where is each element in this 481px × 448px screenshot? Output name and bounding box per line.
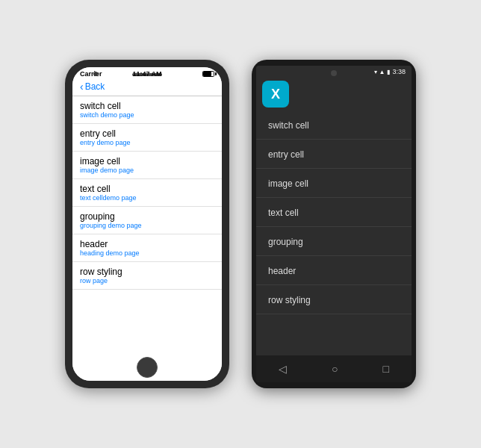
iphone-time: 11:47 AM: [132, 70, 161, 78]
carrier-text: Carrier: [80, 70, 102, 78]
list-item[interactable]: header: [256, 256, 412, 285]
item-title: image cell: [268, 178, 308, 189]
list-item[interactable]: switch cell switch demo page: [72, 96, 222, 124]
item-title: grouping: [80, 211, 214, 222]
iphone-device: Carrier ▲ 11:47 AM ‹ Back switch cell sw…: [65, 60, 229, 388]
item-subtitle: grouping demo page: [80, 222, 214, 229]
list-item[interactable]: entry cell: [256, 140, 412, 169]
home-nav-icon[interactable]: ○: [332, 363, 338, 375]
battery-icon: ▮: [387, 69, 390, 75]
item-title: switch cell: [268, 120, 309, 131]
item-title: row styling: [268, 295, 311, 305]
iphone-home-button[interactable]: [137, 357, 158, 378]
list-item[interactable]: grouping grouping demo page: [72, 207, 222, 234]
app-icon: X: [262, 81, 289, 108]
item-subtitle: heading demo page: [80, 249, 214, 257]
item-title: entry cell: [80, 128, 214, 139]
back-label: Back: [85, 81, 105, 92]
item-title: entry cell: [268, 149, 304, 160]
android-header: X: [256, 78, 412, 111]
item-title: header: [268, 266, 296, 276]
list-item[interactable]: image cell image demo page: [72, 152, 222, 179]
list-item[interactable]: text cell: [256, 198, 412, 227]
android-camera: [331, 70, 337, 76]
iphone-camera: [93, 72, 98, 76]
list-item[interactable]: entry cell entry demo page: [72, 124, 222, 152]
status-icons: ▾ ▲ ▮ 3:38: [374, 68, 406, 75]
android-list: switch cell entry cell image cell text c…: [256, 111, 412, 355]
back-chevron-icon: ‹: [80, 81, 84, 93]
item-subtitle: image demo page: [80, 167, 214, 174]
item-title: grouping: [268, 237, 303, 247]
item-title: row styling: [80, 267, 214, 277]
list-item[interactable]: grouping: [256, 227, 412, 256]
list-item[interactable]: row styling row page: [72, 262, 222, 290]
battery-fill: [203, 72, 211, 76]
item-subtitle: switch demo page: [80, 111, 214, 119]
android-nav-bar: ◁ ○ □: [256, 355, 412, 382]
item-title: text cell: [80, 184, 214, 194]
recent-nav-icon[interactable]: □: [383, 363, 389, 375]
item-title: image cell: [80, 156, 214, 167]
list-item[interactable]: text cell text celldemo page: [72, 179, 222, 207]
iphone-list: switch cell switch demo page entry cell …: [72, 96, 222, 381]
android-time: 3:38: [392, 68, 406, 75]
battery-indicator: [202, 71, 214, 77]
android-screen: ▾ ▲ ▮ 3:38 X switch cell entry cell imag…: [256, 66, 412, 382]
item-title: header: [80, 239, 214, 249]
signal-icon: ▲: [379, 69, 385, 75]
back-button[interactable]: ‹ Back: [80, 81, 214, 93]
iphone-nav-bar: ‹ Back: [72, 79, 222, 96]
list-item[interactable]: row styling: [256, 285, 412, 314]
list-item[interactable]: switch cell: [256, 111, 412, 140]
item-subtitle: row page: [80, 277, 214, 284]
android-device: ▾ ▲ ▮ 3:38 X switch cell entry cell imag…: [252, 60, 416, 388]
list-item[interactable]: image cell: [256, 169, 412, 198]
iphone-screen: Carrier ▲ 11:47 AM ‹ Back switch cell sw…: [72, 67, 222, 381]
back-nav-icon[interactable]: ◁: [279, 363, 287, 375]
item-title: switch cell: [80, 101, 214, 111]
item-title: text cell: [268, 208, 299, 218]
battery-icon: [202, 71, 214, 77]
list-item[interactable]: header heading demo page: [72, 234, 222, 262]
app-icon-label: X: [271, 87, 280, 102]
wifi-icon: ▾: [374, 69, 377, 75]
item-subtitle: entry demo page: [80, 139, 214, 146]
item-subtitle: text celldemo page: [80, 194, 214, 202]
